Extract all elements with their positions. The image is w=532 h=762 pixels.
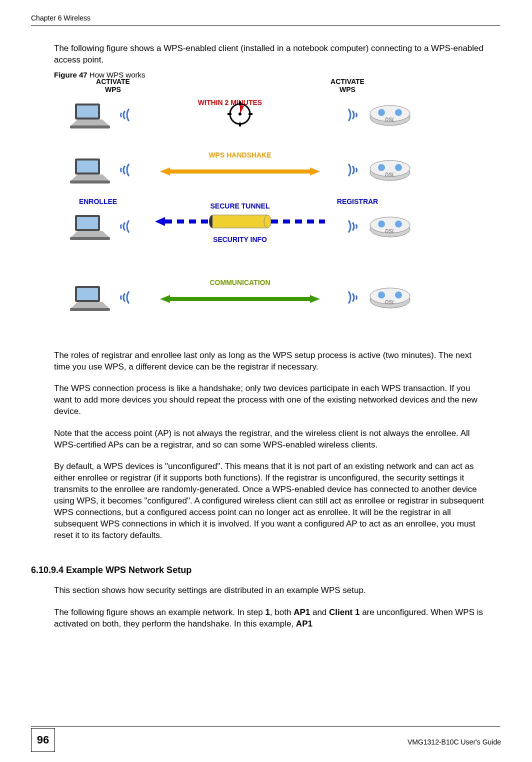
step-1: 1: [265, 608, 270, 617]
wps-handshake-label: WPS HANDSHAKE: [138, 151, 342, 159]
svg-marker-17: [70, 174, 110, 182]
wps-text: WPS: [105, 86, 121, 94]
svg-rect-3: [70, 126, 110, 128]
figure-row-1: DSL: [65, 100, 415, 130]
paragraph-7: The following figure shows an example ne…: [54, 607, 489, 630]
activate-wps-right: ACTIVATE WPS: [318, 78, 378, 94]
laptop-icon: [65, 155, 115, 185]
wifi-waves-icon: [342, 285, 365, 310]
paragraph-3: The WPS connection process is like a han…: [54, 383, 489, 418]
footer-divider: [31, 726, 500, 727]
figure-row-4: COMMUNICATION DSL: [65, 282, 415, 312]
svg-rect-30: [70, 237, 110, 240]
paragraph-5: By default, a WPS devices is "unconfigur…: [54, 461, 489, 542]
svg-rect-18: [70, 180, 110, 184]
page-number: 96: [31, 728, 55, 752]
svg-rect-5: [239, 102, 241, 106]
dsl-router-icon: DSL: [365, 100, 415, 130]
wifi-waves-icon: [115, 214, 138, 239]
svg-rect-43: [77, 288, 98, 300]
svg-point-25: [395, 164, 402, 171]
clock-icon: [138, 102, 342, 129]
svg-rect-1: [77, 106, 98, 118]
wps-text: WPS: [340, 86, 356, 94]
section-number: 6.10.9.4: [31, 565, 64, 575]
paragraph-2: The roles of registrar and enrollee last…: [54, 350, 489, 373]
svg-marker-21: [310, 168, 320, 176]
enrollee-label: ENROLLEE: [68, 198, 128, 206]
ap1-label: AP1: [296, 619, 312, 628]
figure-row-2: WPS HANDSHAKE DSL: [65, 155, 415, 185]
paragraph-4: Note that the access point (AP) is not a…: [54, 428, 489, 451]
footer-guide: VMG1312-B10C User's Guide: [408, 738, 501, 746]
svg-marker-44: [70, 302, 110, 309]
svg-marker-29: [70, 231, 110, 238]
dsl-router-icon: DSL: [365, 212, 415, 242]
svg-rect-34: [212, 215, 268, 228]
svg-text:DSL: DSL: [385, 172, 395, 178]
section-heading: 6.10.9.4 Example WPS Network Setup: [31, 564, 489, 576]
svg-marker-31: [155, 217, 165, 226]
svg-marker-47: [160, 295, 170, 303]
svg-text:DSL: DSL: [385, 228, 395, 234]
svg-point-52: [395, 292, 402, 298]
ap1-label: AP1: [294, 608, 310, 617]
laptop-icon: [65, 212, 115, 242]
svg-point-9: [238, 112, 242, 116]
communication-label: COMMUNICATION: [138, 278, 342, 286]
header-divider: [31, 25, 500, 26]
svg-point-24: [378, 164, 385, 171]
wifi-waves-icon: [115, 285, 138, 310]
wifi-waves-icon: [115, 102, 138, 128]
wps-handshake-arrow: WPS HANDSHAKE: [138, 161, 342, 179]
paragraph-1: The following figure shows a WPS-enabled…: [54, 43, 489, 66]
section-title: Example WPS Network Setup: [64, 565, 192, 575]
paragraph-6: This section shows how security settings…: [54, 585, 489, 596]
svg-point-13: [395, 109, 402, 116]
svg-point-35: [264, 215, 271, 228]
figure-47: ACTIVATE WPS ACTIVATE WPS WITHIN 2 MINUT…: [65, 78, 415, 348]
svg-rect-45: [70, 308, 110, 311]
p7-text: , both: [270, 608, 294, 617]
wifi-waves-icon: [342, 102, 365, 128]
figure-row-3: SECURE TUNNEL SECURITY INFO DSL: [65, 212, 415, 242]
wifi-waves-icon: [342, 214, 365, 239]
svg-text:DSL: DSL: [385, 117, 395, 122]
svg-marker-20: [160, 168, 170, 176]
client1-label: Client 1: [329, 608, 360, 617]
security-info-label: SECURITY INFO: [138, 236, 342, 244]
communication-arrow: COMMUNICATION: [138, 288, 342, 306]
svg-point-12: [378, 109, 385, 116]
secure-tunnel-label: SECURE TUNNEL: [138, 202, 342, 210]
activate-text: ACTIVATE: [330, 78, 364, 86]
svg-rect-28: [77, 217, 98, 229]
p7-text: and: [310, 608, 329, 617]
svg-point-39: [378, 220, 385, 228]
p7-text: The following figure shows an example ne…: [54, 608, 265, 617]
activate-wps-left: ACTIVATE WPS: [83, 78, 143, 94]
laptop-icon: [65, 282, 115, 312]
laptop-icon: [65, 100, 115, 130]
svg-marker-2: [70, 120, 110, 126]
svg-rect-8: [248, 113, 252, 115]
svg-marker-48: [310, 295, 320, 303]
svg-point-51: [378, 292, 385, 298]
svg-rect-7: [228, 113, 232, 115]
dsl-router-icon: DSL: [365, 155, 415, 185]
activate-text: ACTIVATE: [96, 78, 130, 86]
header-chapter: Chapter 6 Wireless: [31, 14, 90, 22]
secure-tunnel-graphic: SECURE TUNNEL SECURITY INFO: [138, 213, 342, 240]
svg-text:DSL: DSL: [385, 300, 395, 305]
wifi-waves-icon: [115, 158, 138, 182]
svg-rect-6: [239, 122, 241, 126]
svg-point-40: [395, 220, 402, 228]
svg-rect-16: [77, 160, 98, 172]
dsl-router-icon: DSL: [365, 282, 415, 312]
wifi-waves-icon: [342, 158, 365, 182]
